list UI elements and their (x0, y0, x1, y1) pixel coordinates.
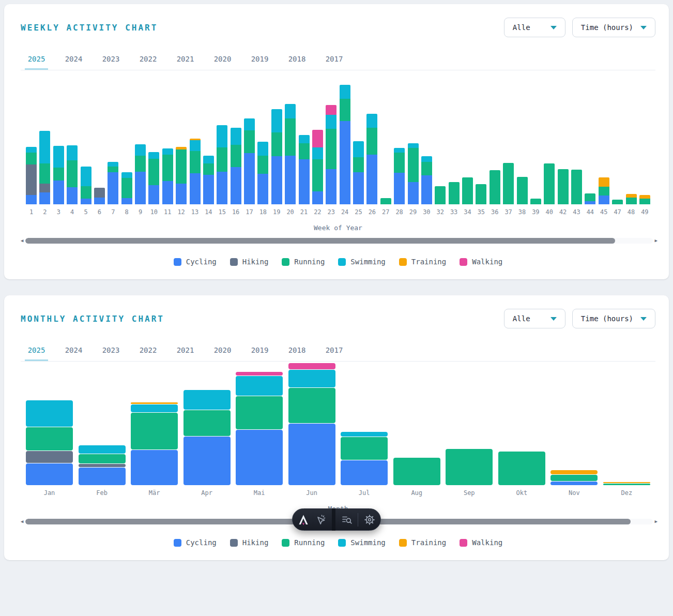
bar-11[interactable]: 11 (162, 148, 173, 217)
bar-47[interactable]: 47 (612, 200, 623, 217)
bar-44[interactable]: 44 (585, 193, 595, 217)
bar-segment-running[interactable] (530, 199, 541, 204)
bar-segment-running[interactable] (341, 437, 388, 460)
bar-segment-swimming[interactable] (341, 432, 388, 437)
bar-segment-running[interactable] (353, 157, 364, 172)
legend-item-training[interactable]: Training (399, 258, 446, 266)
bar-segment-cycling[interactable] (271, 156, 282, 204)
bar-34[interactable]: 34 (462, 177, 473, 217)
settings-gear-icon[interactable] (363, 514, 376, 526)
bar-segment-running[interactable] (183, 410, 231, 436)
bar-segment-training[interactable] (550, 470, 598, 474)
bar-segment-swimming[interactable] (217, 125, 227, 147)
bar-segment-running[interactable] (498, 452, 545, 485)
bar-segment-running[interactable] (626, 198, 637, 204)
bar-segment-cycling[interactable] (67, 187, 78, 204)
bar-14[interactable]: 14 (203, 156, 214, 217)
bar-segment-cycling[interactable] (94, 198, 105, 204)
bar-segment-running[interactable] (326, 129, 336, 169)
bar-Aug[interactable]: Aug (393, 458, 440, 498)
bar-segment-running[interactable] (490, 170, 500, 204)
bar-49[interactable]: 49 (639, 195, 650, 217)
tab-year-2024[interactable]: 2024 (62, 340, 85, 361)
bar-segment-walking[interactable] (236, 372, 283, 375)
bar-segment-cycling[interactable] (231, 167, 241, 204)
metric-select[interactable]: Time (hours) (572, 18, 655, 37)
bar-segment-training[interactable] (639, 195, 650, 199)
bar-43[interactable]: 43 (571, 170, 582, 217)
bar-29[interactable]: 29 (408, 143, 419, 217)
bar-27[interactable]: 27 (380, 198, 391, 217)
bar-segment-cycling[interactable] (236, 430, 283, 485)
bar-segment-cycling[interactable] (299, 159, 310, 204)
bar-21[interactable]: 21 (299, 135, 310, 217)
bar-30[interactable]: 30 (421, 156, 432, 217)
bar-segment-cycling[interactable] (203, 175, 214, 204)
metric-select[interactable]: Time (hours) (572, 309, 655, 328)
scrollbar-track[interactable] (25, 238, 652, 244)
bar-segment-cycling[interactable] (408, 182, 419, 204)
scrollbar-thumb[interactable] (25, 238, 615, 244)
bar-Mär[interactable]: Mär (131, 402, 178, 498)
bar-segment-hiking[interactable] (26, 164, 37, 195)
scroll-left-arrow[interactable]: ◀ (21, 519, 23, 524)
bar-Sep[interactable]: Sep (446, 449, 493, 498)
bar-segment-swimming[interactable] (39, 131, 50, 163)
bar-segment-running[interactable] (393, 458, 440, 485)
bar-segment-walking[interactable] (288, 363, 335, 369)
tab-year-2017[interactable]: 2017 (323, 340, 346, 361)
bar-segment-running[interactable] (517, 177, 528, 204)
bar-segment-cycling[interactable] (599, 196, 609, 204)
bar-segment-swimming[interactable] (121, 172, 132, 178)
bar-segment-running[interactable] (394, 153, 405, 173)
bar-segment-running[interactable] (612, 200, 623, 204)
bar-segment-running[interactable] (599, 187, 609, 196)
bar-Nov[interactable]: Nov (550, 470, 598, 498)
bar-segment-running[interactable] (558, 169, 569, 204)
bar-segment-swimming[interactable] (135, 144, 146, 156)
audit-list-search-icon[interactable] (341, 514, 353, 526)
bar-segment-cycling[interactable] (26, 195, 37, 204)
bar-Apr[interactable]: Apr (183, 390, 231, 498)
bar-19[interactable]: 19 (271, 109, 282, 217)
bar-segment-cycling[interactable] (341, 460, 388, 485)
bar-9[interactable]: 9 (135, 144, 146, 217)
bar-37[interactable]: 37 (503, 163, 514, 217)
bar-segment-swimming[interactable] (288, 370, 335, 387)
bar-17[interactable]: 17 (244, 118, 255, 217)
bar-segment-running[interactable] (81, 186, 91, 199)
bar-5[interactable]: 5 (81, 167, 91, 217)
bar-segment-swimming[interactable] (231, 128, 241, 145)
tab-year-2018[interactable]: 2018 (285, 49, 309, 70)
bar-segment-swimming[interactable] (244, 118, 255, 130)
bar-segment-running[interactable] (257, 156, 268, 174)
bar-Jul[interactable]: Jul (341, 432, 388, 498)
bar-segment-swimming[interactable] (183, 390, 231, 410)
bar-segment-cycling[interactable] (162, 181, 173, 204)
bar-segment-running[interactable] (135, 156, 146, 172)
bar-segment-cycling[interactable] (340, 121, 350, 204)
bar-segment-swimming[interactable] (190, 140, 201, 151)
bar-segment-cycling[interactable] (183, 437, 231, 485)
bar-segment-training[interactable] (626, 194, 637, 198)
bar-segment-running[interactable] (231, 145, 241, 167)
legend-item-running[interactable]: Running (282, 258, 325, 266)
bar-segment-running[interactable] (203, 163, 214, 175)
bar-segment-running[interactable] (39, 163, 50, 184)
bar-segment-running[interactable] (639, 199, 650, 204)
bar-segment-swimming[interactable] (79, 445, 126, 454)
bar-segment-cycling[interactable] (108, 172, 118, 204)
bar-segment-running[interactable] (236, 396, 283, 429)
bar-segment-running[interactable] (285, 118, 296, 156)
bar-33[interactable]: 33 (449, 182, 460, 217)
bar-segment-running[interactable] (550, 475, 598, 481)
bar-segment-running[interactable] (446, 449, 493, 485)
bar-26[interactable]: 26 (366, 114, 377, 217)
bar-segment-running[interactable] (380, 198, 391, 204)
bar-segment-swimming[interactable] (67, 145, 78, 160)
bar-segment-cycling[interactable] (176, 184, 187, 204)
tab-year-2019[interactable]: 2019 (248, 340, 271, 361)
bar-segment-swimming[interactable] (353, 141, 364, 157)
bar-35[interactable]: 35 (476, 184, 486, 217)
tab-year-2023[interactable]: 2023 (99, 49, 123, 70)
